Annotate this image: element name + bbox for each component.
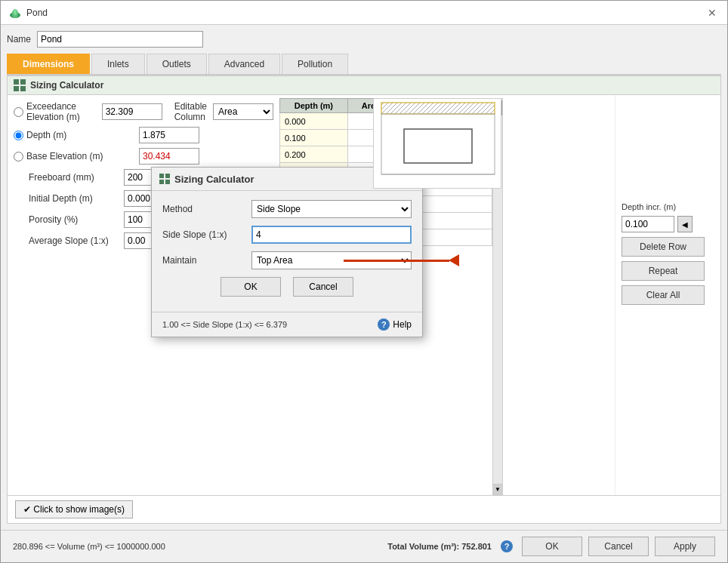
- exceedance-row: Exceedance Elevation (m) Editable Column…: [14, 101, 273, 122]
- base-elevation-row: Base Elevation (m): [14, 148, 273, 165]
- modal-side-slope-label: Side Slope (1:x): [162, 229, 245, 240]
- depth-radio[interactable]: [14, 131, 23, 140]
- svg-rect-8: [381, 114, 495, 174]
- col-depth: Depth (m): [280, 99, 348, 113]
- show-image-button[interactable]: ✔ Click to show image(s): [15, 500, 133, 518]
- depth-incr-arrow[interactable]: ◀: [677, 216, 693, 232]
- diagram-spacer: [622, 101, 714, 198]
- modal-title-left: Sizing Calculator: [159, 174, 254, 185]
- name-label: Name: [7, 34, 31, 45]
- footer-constraint: 280.896 <= Volume (m³) <= 1000000.000: [13, 542, 165, 551]
- freeboard-label: Freeboard (mm): [14, 172, 119, 183]
- footer-help-icon[interactable]: ?: [501, 540, 513, 552]
- title-bar: Pond ✕: [1, 1, 727, 25]
- svg-rect-4: [20, 79, 26, 85]
- table-cell: 0.000: [280, 113, 348, 130]
- depth-incr-label: Depth incr. (m): [622, 202, 714, 211]
- svg-rect-5: [14, 86, 19, 91]
- close-button[interactable]: ✕: [705, 5, 720, 20]
- modal-method-row: Method Side Slope Base Area Top Area: [162, 200, 412, 218]
- modal-maintain-row: Maintain Top Area Base Area Volume: [162, 251, 412, 269]
- tab-dimensions[interactable]: Dimensions: [7, 54, 90, 74]
- modal-body: Method Side Slope Base Area Top Area Sid…: [152, 191, 422, 312]
- modal-buttons: OK Cancel: [162, 277, 412, 297]
- repeat-button[interactable]: Repeat: [622, 261, 705, 281]
- window-title: Pond: [26, 8, 48, 18]
- depth-incr-input[interactable]: [622, 216, 674, 232]
- modal-help-icon: ?: [378, 318, 390, 331]
- footer-buttons: OK Cancel Apply: [522, 537, 715, 556]
- sizing-calculator-modal: Sizing Calculator ✕ Method Side Slope Ba…: [151, 167, 423, 337]
- tab-pollution[interactable]: Pollution: [282, 54, 348, 74]
- footer-ok-button[interactable]: OK: [522, 537, 582, 556]
- table-cell[interactable]: [412, 229, 492, 246]
- editable-col-label: Editable Column: [174, 101, 207, 122]
- modal-maintain-label: Maintain: [162, 255, 245, 266]
- table-cell: 0.100: [280, 130, 348, 146]
- editable-col-row: Editable Column Area Volume: [174, 101, 273, 122]
- exceedance-input[interactable]: [102, 103, 162, 120]
- app-icon: [8, 6, 22, 20]
- svg-rect-11: [159, 174, 164, 178]
- svg-rect-13: [159, 180, 164, 184]
- modal-footer: 1.00 <= Side Slope (1:x) <= 6.379 ? Help: [152, 312, 422, 337]
- depth-radio-label[interactable]: Depth (m): [14, 130, 134, 140]
- exceedance-radio[interactable]: [14, 107, 23, 117]
- pond-svg: [374, 99, 502, 189]
- total-volume-text: Total Volume (m³): 752.801: [387, 542, 492, 551]
- svg-rect-14: [165, 180, 170, 184]
- depth-row: Depth (m): [14, 127, 273, 143]
- modal-method-select[interactable]: Side Slope Base Area Top Area: [251, 200, 412, 218]
- pond-diagram: [373, 98, 501, 189]
- main-window: Pond ✕ Name Dimensions Inlets Outlets Ad…: [0, 0, 728, 563]
- base-radio[interactable]: [14, 152, 23, 162]
- bottom-bar: ✔ Click to show image(s): [8, 495, 720, 523]
- content-area: Name Dimensions Inlets Outlets Advanced …: [1, 25, 727, 530]
- tab-inlets[interactable]: Inlets: [91, 54, 145, 74]
- modal-grid-icon: [159, 174, 170, 184]
- svg-rect-7: [381, 103, 495, 114]
- table-cell: 0.200: [280, 146, 348, 163]
- base-input[interactable]: [139, 148, 199, 165]
- svg-rect-6: [20, 86, 26, 91]
- name-input[interactable]: [37, 31, 203, 48]
- base-radio-label[interactable]: Base Elevation (m): [14, 151, 134, 162]
- scroll-down-btn[interactable]: ▼: [493, 484, 502, 494]
- modal-cancel-button[interactable]: Cancel: [293, 277, 353, 297]
- exceedance-radio-label[interactable]: Exceedance Elevation (m): [14, 101, 97, 122]
- delete-row-button[interactable]: Delete Row: [622, 237, 705, 257]
- right-controls: Depth incr. (m) ◀ Delete Row Repeat Clea…: [615, 95, 720, 495]
- svg-rect-9: [404, 129, 472, 163]
- depth-incr-row: ◀: [622, 216, 714, 232]
- grid-icon: [14, 79, 26, 91]
- editable-col-select[interactable]: Area Volume: [213, 103, 273, 120]
- modal-help-row[interactable]: ? Help: [378, 318, 412, 331]
- footer-apply-button[interactable]: Apply: [655, 537, 715, 556]
- clear-all-button[interactable]: Clear All: [622, 285, 705, 305]
- section-title: Sizing Calculator: [30, 80, 103, 91]
- title-bar-left: Pond: [8, 6, 48, 20]
- porosity-label: Porosity (%): [14, 214, 119, 225]
- modal-method-label: Method: [162, 204, 245, 214]
- depth-input[interactable]: [139, 127, 199, 143]
- main-panel: Sizing Calculator Exceedance Elevation (…: [7, 75, 721, 524]
- svg-rect-12: [165, 174, 170, 178]
- arrow-head: [449, 254, 459, 266]
- table-cell[interactable]: [412, 196, 492, 213]
- svg-rect-3: [14, 79, 19, 85]
- modal-side-slope-input[interactable]: [251, 226, 412, 244]
- footer: 280.896 <= Volume (m³) <= 1000000.000 To…: [1, 530, 727, 562]
- initial-depth-label: Initial Depth (m): [14, 193, 119, 204]
- footer-cancel-button[interactable]: Cancel: [588, 537, 649, 556]
- tab-advanced[interactable]: Advanced: [208, 54, 280, 74]
- svg-point-2: [14, 9, 17, 15]
- modal-title-text: Sizing Calculator: [174, 174, 254, 185]
- footer-right: Total Volume (m³): 752.801 ? OK Cancel A…: [387, 537, 715, 556]
- avg-slope-label: Average Slope (1:x): [14, 235, 119, 246]
- modal-ok-button[interactable]: OK: [221, 277, 281, 297]
- tab-outlets[interactable]: Outlets: [147, 54, 207, 74]
- table-cell[interactable]: [412, 213, 492, 229]
- name-row: Name: [7, 31, 721, 48]
- modal-help-label: Help: [393, 319, 412, 330]
- modal-constraint-text: 1.00 <= Side Slope (1:x) <= 6.379: [162, 320, 287, 329]
